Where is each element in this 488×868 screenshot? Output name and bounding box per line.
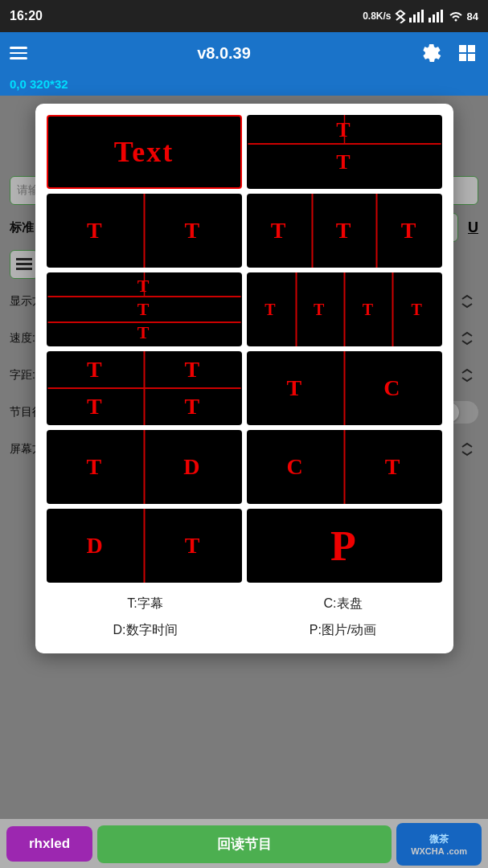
signal-icon (409, 10, 425, 23)
mode-cell-0-text: Text (114, 135, 174, 169)
mode-cell-3[interactable]: T T T (247, 194, 442, 268)
status-icons: 0.8K/s 84 (363, 9, 478, 23)
svg-rect-11 (468, 54, 475, 61)
cell7-content: T C (247, 351, 442, 425)
svg-rect-4 (429, 18, 431, 23)
mode-cell-7[interactable]: T C (247, 351, 442, 425)
grid-view-button[interactable] (456, 42, 478, 64)
bottom-bar: rhxled 回读节目 微茶 WXCHA .com (0, 820, 488, 868)
cell9-t: T (385, 454, 402, 480)
cell10-t: T (185, 533, 202, 559)
cell4-t1: T (137, 276, 151, 297)
cell3-t2: T (336, 218, 353, 244)
legend-p: P:图片/动画 (244, 619, 442, 642)
signal2-icon (429, 10, 445, 23)
legend-t: T:字幕 (47, 592, 244, 616)
cell4-t2: T (137, 299, 151, 320)
wxcha-bottom-text: WXCHA .com (411, 846, 467, 856)
cell5-t3: T (363, 301, 375, 319)
mode-cell-9[interactable]: C T (247, 430, 442, 504)
svg-rect-7 (441, 10, 443, 23)
mode-legend: T:字幕 C:表盘 D:数字时间 P:图片/动画 (47, 592, 442, 642)
mode-grid[interactable]: Text T T (47, 115, 442, 583)
wifi-icon (448, 10, 464, 23)
mode-cell-8[interactable]: T D (47, 430, 242, 504)
network-speed: 0.8K/s (363, 10, 391, 22)
status-bar: 16:20 0.8K/s 84 (0, 0, 488, 32)
mode-cell-5[interactable]: T T T T (247, 272, 442, 346)
bluetooth-icon (395, 9, 406, 23)
cell3-content: T T T (247, 194, 442, 268)
cell6-tl: T (87, 357, 104, 383)
cell1-content: T T (247, 115, 442, 189)
cell1-bot-t: T (336, 150, 351, 174)
app-bar-icons (420, 42, 478, 64)
coords-text: 0,0 320*32 (10, 77, 68, 91)
settings-button[interactable] (420, 42, 443, 64)
svg-rect-2 (417, 12, 420, 23)
svg-rect-8 (459, 45, 466, 52)
wxcha-top-text: 微茶 (429, 833, 449, 846)
mode-select-dialog: Text T T (35, 104, 453, 653)
replay-button[interactable]: 回读节目 (97, 825, 392, 863)
main-area: 请输 标准 U 显示方 速度: (0, 96, 488, 819)
battery-level: 84 (467, 10, 478, 23)
cell11-p: P (330, 522, 358, 570)
app-title: v8.0.39 (197, 44, 251, 63)
cell7-t: T (287, 375, 304, 401)
svg-rect-1 (413, 14, 416, 23)
wxcha-button[interactable]: 微茶 WXCHA .com (396, 823, 482, 866)
cell1-top-t: T (336, 118, 351, 142)
cell6-content: T T T T (47, 351, 242, 425)
cell9-c: C (287, 454, 305, 480)
svg-rect-6 (437, 12, 439, 23)
cell8-t: T (87, 454, 104, 480)
legend-c: C:表盘 (244, 592, 442, 616)
cell5-t2: T (314, 301, 326, 319)
mode-cell-11[interactable]: P (247, 509, 442, 583)
cell2-content: T T (47, 194, 242, 268)
svg-rect-0 (409, 18, 412, 23)
legend-d: D:数字时间 (47, 619, 244, 642)
cell3-t3: T (401, 218, 418, 244)
cell3-t1: T (271, 218, 288, 244)
cell9-content: C T (247, 430, 442, 504)
cell5-content: T T T T (247, 272, 442, 346)
grid-icon (457, 43, 477, 63)
cell2-right-t: T (184, 218, 201, 244)
coords-bar: 0,0 320*32 (0, 74, 488, 96)
cell7-c: C (383, 375, 401, 401)
svg-rect-9 (468, 45, 475, 52)
mode-cell-2[interactable]: T T (47, 194, 242, 268)
svg-rect-10 (459, 54, 466, 61)
cell6-bl: T (87, 394, 104, 420)
mode-cell-6[interactable]: T T T T (47, 351, 242, 425)
cell4-t3: T (137, 322, 151, 343)
menu-button[interactable] (10, 47, 27, 59)
cell10-content: D T (47, 509, 242, 583)
cell8-content: T D (47, 430, 242, 504)
cell5-t1: T (265, 301, 277, 319)
mode-cell-10[interactable]: D T (47, 509, 242, 583)
cell10-d: D (87, 533, 105, 559)
cell4-content: T T T (47, 272, 242, 346)
cell2-left-t: T (87, 218, 104, 244)
app-bar: v8.0.39 (0, 32, 488, 74)
cell8-d: D (183, 454, 201, 480)
cell6-tr: T (184, 357, 201, 383)
time-display: 16:20 (10, 9, 43, 23)
gear-icon (421, 43, 442, 63)
dialog-overlay: Text T T (0, 96, 488, 819)
rhxled-button[interactable]: rhxled (6, 826, 92, 862)
svg-rect-3 (421, 10, 424, 23)
svg-rect-5 (433, 14, 435, 23)
cell6-br: T (184, 394, 201, 420)
mode-cell-1[interactable]: T T (247, 115, 442, 189)
cell5-t4: T (411, 301, 423, 319)
mode-cell-4[interactable]: T T T (47, 272, 242, 346)
mode-cell-0[interactable]: Text (47, 115, 242, 189)
